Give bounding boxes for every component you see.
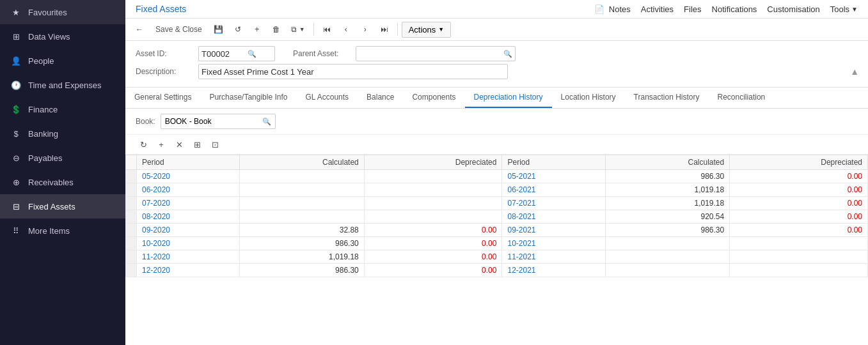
copy-button[interactable]: ⧉ ▼: [287, 21, 310, 38]
files-link[interactable]: Files: [684, 4, 701, 14]
activities-link[interactable]: Activities: [641, 4, 674, 14]
calculated-right: 920.54: [605, 210, 730, 224]
tab-general[interactable]: General Settings: [125, 88, 200, 108]
grid-fit-button[interactable]: ⊞: [189, 137, 205, 151]
sidebar-item-favourites[interactable]: ★ Favourites: [0, 0, 125, 24]
period-right[interactable]: 09-2021: [502, 224, 605, 237]
person-icon: 👤: [10, 55, 22, 66]
asset-id-field[interactable]: 🔍: [198, 46, 275, 61]
actions-button[interactable]: Actions ▼: [402, 22, 452, 38]
sidebar-item-payables[interactable]: ⊖ Payables: [0, 146, 125, 170]
actions-chevron-icon: ▼: [438, 26, 444, 33]
delete-icon: 🗑: [272, 25, 280, 34]
last-record-button[interactable]: ⏭: [375, 21, 393, 38]
delete-button[interactable]: 🗑: [267, 21, 285, 38]
period-left[interactable]: 06-2020: [137, 183, 240, 197]
first-icon: ⏮: [323, 25, 331, 34]
depreciation-table-container[interactable]: Period Calculated Depreciated Period Cal…: [125, 155, 868, 345]
period-right[interactable]: 10-2021: [502, 237, 605, 250]
period-right[interactable]: 05-2021: [502, 170, 605, 183]
undo-button[interactable]: ↺: [229, 21, 247, 38]
period-right[interactable]: 08-2021: [502, 210, 605, 224]
parent-asset-input[interactable]: [359, 49, 502, 59]
period-left[interactable]: 08-2020: [137, 210, 240, 224]
calculated-left: [240, 170, 365, 183]
period-right[interactable]: 06-2021: [502, 183, 605, 197]
copy-icon: ⧉: [291, 25, 297, 34]
col-depreciated-right: Depreciated: [730, 155, 868, 170]
description-field[interactable]: [198, 64, 508, 79]
notifications-link[interactable]: Notifications: [712, 4, 757, 14]
grid-delete-button[interactable]: ✕: [171, 137, 187, 151]
period-left[interactable]: 11-2020: [137, 250, 240, 264]
tab-purchase[interactable]: Purchase/Tangible Info: [200, 88, 296, 108]
form-area: Asset ID: 🔍 Parent Asset: 🔍 Description:: [125, 41, 868, 88]
sidebar-item-banking[interactable]: $ Banking: [0, 121, 125, 146]
collapse-arrow[interactable]: ▲: [850, 66, 859, 77]
period-left[interactable]: 05-2020: [137, 170, 240, 183]
tab-gl[interactable]: GL Accounts: [296, 88, 358, 108]
tab-location[interactable]: Location History: [552, 88, 625, 108]
tab-balance[interactable]: Balance: [358, 88, 403, 108]
table-row[interactable]: 12-2020986.300.0012-2021: [126, 264, 868, 277]
period-left[interactable]: 09-2020: [137, 224, 240, 237]
sidebar-item-more-items[interactable]: ⠿ More Items: [0, 218, 125, 243]
description-input[interactable]: [201, 67, 505, 77]
book-select[interactable]: BOOK - Book 🔍: [161, 114, 276, 129]
depreciated-left: [364, 170, 502, 183]
depreciated-right: 0.00: [730, 170, 868, 183]
sidebar-item-finance[interactable]: 💲 Finance: [0, 97, 125, 121]
add-button[interactable]: +: [248, 21, 266, 38]
row-indicator: [126, 183, 137, 197]
tab-depreciation[interactable]: Depreciation History: [465, 88, 552, 108]
asset-id-search-icon[interactable]: 🔍: [248, 50, 256, 58]
grid-export-button[interactable]: ⊡: [207, 137, 223, 151]
table-row[interactable]: 05-202005-2021986.300.00: [126, 170, 868, 183]
prev-record-button[interactable]: ‹: [337, 21, 355, 38]
tab-transaction[interactable]: Transaction History: [625, 88, 709, 108]
chevron-icon: ▼: [299, 26, 305, 33]
back-icon: ←: [136, 25, 143, 34]
period-left[interactable]: 07-2020: [137, 197, 240, 210]
save-close-button[interactable]: Save & Close: [150, 21, 208, 38]
period-right[interactable]: 07-2021: [502, 197, 605, 210]
grid-add-button[interactable]: +: [154, 137, 169, 151]
table-row[interactable]: 10-2020986.300.0010-2021: [126, 237, 868, 250]
form-row-description: Description:: [136, 64, 858, 79]
tab-components[interactable]: Components: [403, 88, 464, 108]
calculated-left: 1,019.18: [240, 250, 365, 264]
tab-reconciliation[interactable]: Reconciliation: [709, 88, 775, 108]
table-row[interactable]: 07-202007-20211,019.180.00: [126, 197, 868, 210]
sidebar-item-people[interactable]: 👤 People: [0, 49, 125, 73]
asset-id-input[interactable]: [201, 49, 246, 59]
sidebar-item-fixed-assets[interactable]: ⊟ Fixed Assets: [0, 194, 125, 218]
more-icon: ⠿: [10, 225, 22, 236]
first-record-button[interactable]: ⏮: [318, 21, 336, 38]
period-right[interactable]: 11-2021: [502, 250, 605, 264]
finance-icon: 💲: [10, 103, 22, 115]
parent-asset-field[interactable]: 🔍: [356, 46, 516, 61]
back-button[interactable]: ←: [130, 21, 148, 38]
next-record-button[interactable]: ›: [356, 21, 374, 38]
tools-dropdown[interactable]: Tools ▼: [830, 4, 858, 14]
parent-asset-search-icon[interactable]: 🔍: [503, 50, 512, 58]
sidebar-item-receivables[interactable]: ⊕ Receivables: [0, 170, 125, 194]
table-row[interactable]: 06-202006-20211,019.180.00: [126, 183, 868, 197]
table-row[interactable]: 09-202032.880.0009-2021986.300.00: [126, 224, 868, 237]
period-left[interactable]: 10-2020: [137, 237, 240, 250]
col-calculated-right: Calculated: [605, 155, 730, 170]
notes-link[interactable]: 📄 Notes: [594, 4, 631, 14]
save-button[interactable]: 💾: [209, 21, 228, 38]
table-row[interactable]: 11-20201,019.180.0011-2021: [126, 250, 868, 264]
sidebar-item-data-views[interactable]: ⊞ Data Views: [0, 24, 125, 49]
period-right[interactable]: 12-2021: [502, 264, 605, 277]
customisation-link[interactable]: Customisation: [767, 4, 819, 14]
parent-asset-label: Parent Asset:: [293, 49, 351, 58]
book-search-icon[interactable]: 🔍: [262, 118, 271, 126]
period-left[interactable]: 12-2020: [137, 264, 240, 277]
grid-refresh-button[interactable]: ↻: [136, 137, 151, 151]
depreciated-left: 0.00: [364, 264, 502, 277]
breadcrumb-title[interactable]: Fixed Assets: [136, 4, 186, 14]
table-row[interactable]: 08-202008-2021920.540.00: [126, 210, 868, 224]
sidebar-item-time-expenses[interactable]: 🕐 Time and Expenses: [0, 73, 125, 97]
